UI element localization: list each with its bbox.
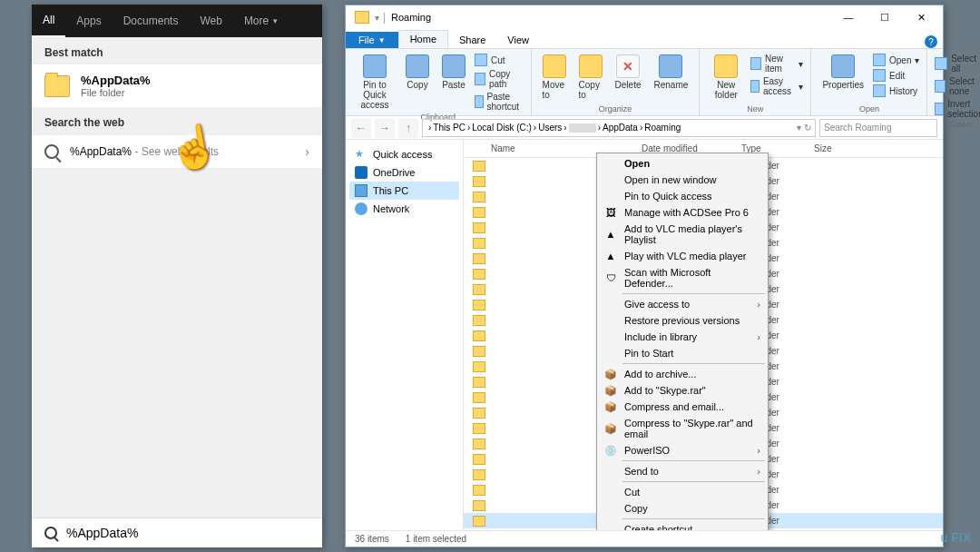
- menu-item[interactable]: 📦Compress to "Skype.rar" and email: [599, 415, 766, 442]
- nav-onedrive[interactable]: OneDrive: [349, 163, 459, 182]
- start-tabs: All Apps Documents Web More ▼: [32, 5, 322, 37]
- cut-button[interactable]: Cut: [475, 53, 524, 67]
- window-title: Roaming: [391, 12, 431, 23]
- close-button[interactable]: ✕: [903, 6, 939, 28]
- start-tab-web[interactable]: Web: [189, 5, 232, 37]
- easyaccess-button[interactable]: Easy access ▾: [750, 75, 803, 97]
- folder-icon: [473, 315, 485, 326]
- folder-icon: [473, 207, 485, 218]
- folder-icon: [473, 253, 485, 264]
- folder-icon: [473, 176, 485, 187]
- copypath-button[interactable]: Copy path: [475, 68, 524, 90]
- menu-item[interactable]: Pin to Start: [599, 345, 766, 361]
- nav-this-pc[interactable]: This PC: [349, 182, 459, 200]
- nav-quick-access[interactable]: ★Quick access: [349, 145, 459, 163]
- address-bar-row: ← → ↑ › This PC› Local Disk (C:)› Users›…: [346, 116, 943, 140]
- menu-item[interactable]: Include in library›: [599, 329, 766, 345]
- folder-icon: [473, 284, 485, 295]
- menu-item[interactable]: Send to›: [599, 463, 766, 479]
- menu-item[interactable]: Copy: [599, 500, 766, 517]
- menu-item[interactable]: 🖼Manage with ACDSee Pro 6: [599, 204, 766, 221]
- minimize-button[interactable]: —: [830, 6, 867, 28]
- forward-button[interactable]: →: [375, 118, 395, 138]
- menu-item[interactable]: 📦Compress and email...: [599, 399, 766, 415]
- result-subtitle: File folder: [81, 87, 151, 98]
- search-bar[interactable]: [32, 518, 322, 547]
- nav-pane: ★Quick access OneDrive This PC Network: [346, 140, 464, 530]
- search-icon: [44, 527, 57, 539]
- moveto-button[interactable]: Move to: [539, 53, 570, 102]
- breadcrumb[interactable]: › This PC› Local Disk (C:)› Users› › App…: [422, 119, 816, 137]
- start-tab-all[interactable]: All: [32, 5, 65, 37]
- rename-button[interactable]: Rename: [650, 53, 691, 92]
- folder-icon: [44, 75, 70, 97]
- explorer-window: ▾ │ Roaming — ☐ ✕ File▼ Home Share View …: [345, 5, 944, 547]
- paste-button[interactable]: Paste: [438, 53, 469, 92]
- folder-icon: [473, 300, 485, 310]
- nav-network[interactable]: Network: [349, 200, 459, 218]
- best-match-result[interactable]: %AppData% File folder: [32, 64, 322, 107]
- folder-icon: [473, 439, 485, 449]
- selectall-button[interactable]: Select all: [935, 53, 980, 74]
- view-tab[interactable]: View: [496, 32, 540, 48]
- status-bar: 36 items 1 item selected: [346, 530, 943, 547]
- start-tab-documents[interactable]: Documents: [113, 5, 190, 37]
- start-tab-more[interactable]: More ▼: [233, 5, 289, 37]
- menu-item[interactable]: Create shortcut: [599, 521, 766, 530]
- search-box[interactable]: Search Roaming: [819, 119, 937, 137]
- menu-item[interactable]: ▲Play with VLC media player: [599, 248, 766, 264]
- folder-icon: [473, 269, 485, 280]
- best-match-heading: Best match: [32, 37, 322, 64]
- folder-icon: [473, 469, 485, 480]
- ribbon-tabs: File▼ Home Share View ?: [346, 29, 943, 49]
- titlebar: ▾ │ Roaming — ☐ ✕: [346, 5, 943, 29]
- copy-button[interactable]: Copy: [402, 53, 433, 92]
- menu-item[interactable]: 💿PowerISO›: [599, 442, 766, 458]
- menu-item[interactable]: Open: [599, 155, 766, 172]
- menu-item[interactable]: Open in new window: [599, 172, 766, 188]
- selectnone-button[interactable]: Select none: [935, 75, 980, 97]
- maximize-button[interactable]: ☐: [867, 6, 903, 28]
- menu-item[interactable]: Restore previous versions: [599, 312, 766, 329]
- result-title: %AppData%: [81, 74, 151, 87]
- start-tab-apps[interactable]: Apps: [65, 5, 112, 37]
- folder-icon: [473, 330, 485, 341]
- pasteshortcut-button[interactable]: Paste shortcut: [475, 91, 524, 113]
- folder-icon: [473, 238, 485, 249]
- help-icon[interactable]: ?: [925, 35, 937, 48]
- file-tab[interactable]: File▼: [346, 32, 398, 48]
- start-menu-panel: All Apps Documents Web More ▼ Best match…: [32, 5, 322, 547]
- newfolder-button[interactable]: New folder: [707, 53, 745, 102]
- col-size[interactable]: Size: [808, 143, 854, 153]
- status-selected: 1 item selected: [406, 534, 466, 544]
- status-items: 36 items: [355, 534, 389, 544]
- open-button[interactable]: Open ▾: [873, 53, 919, 67]
- folder-icon: [355, 11, 369, 24]
- history-button[interactable]: History: [873, 84, 919, 98]
- folder-icon: [473, 392, 485, 403]
- delete-button[interactable]: Delete: [612, 53, 645, 92]
- edit-button[interactable]: Edit: [873, 68, 919, 83]
- copyto-button[interactable]: Copy to: [575, 53, 606, 102]
- share-tab[interactable]: Share: [448, 32, 496, 48]
- menu-item[interactable]: 📦Add to "Skype.rar": [599, 382, 766, 399]
- context-menu: OpenOpen in new windowPin to Quick acces…: [596, 153, 769, 530]
- menu-item[interactable]: Cut: [599, 484, 766, 500]
- menu-item[interactable]: Give access to›: [599, 296, 766, 312]
- ribbon: Pin to Quick access Copy Paste Cut Copy …: [346, 49, 943, 116]
- folder-icon: [473, 161, 485, 172]
- up-button[interactable]: ↑: [398, 118, 418, 138]
- folder-icon: [473, 516, 485, 527]
- back-button[interactable]: ←: [351, 118, 371, 138]
- menu-item[interactable]: 🛡Scan with Microsoft Defender...: [599, 264, 766, 291]
- newitem-button[interactable]: New item ▾: [750, 53, 803, 74]
- properties-button[interactable]: Properties: [818, 53, 867, 92]
- menu-item[interactable]: Pin to Quick access: [599, 188, 766, 204]
- pin-button[interactable]: Pin to Quick access: [353, 53, 397, 112]
- search-input[interactable]: [66, 526, 309, 540]
- menu-item[interactable]: 📦Add to archive...: [599, 366, 766, 382]
- menu-item[interactable]: ▲Add to VLC media player's Playlist: [599, 221, 766, 248]
- folder-icon: [473, 408, 485, 419]
- home-tab[interactable]: Home: [398, 30, 448, 48]
- folder-icon: [473, 454, 485, 465]
